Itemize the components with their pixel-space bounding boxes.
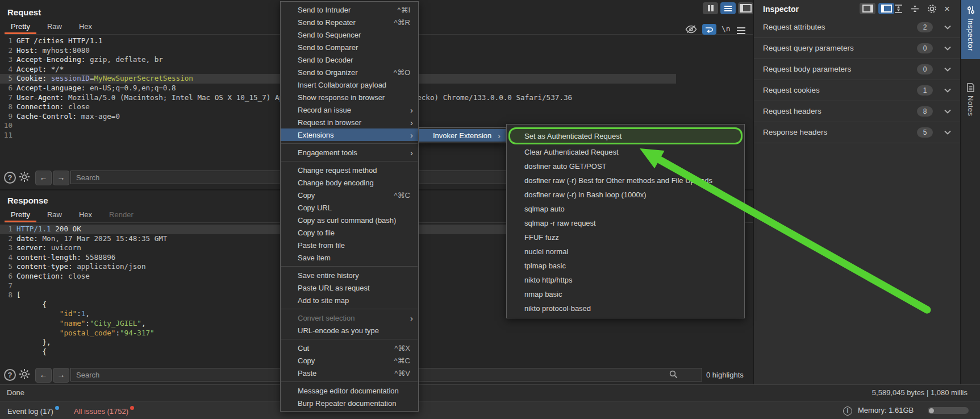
right-rail: Inspector Notes — [960, 0, 980, 384]
tab-raw[interactable]: Raw — [41, 20, 68, 34]
menu-item-set-as-authenticated-request[interactable]: Set as Authenticated Request — [508, 127, 743, 144]
search-settings-gear-icon[interactable] — [19, 171, 30, 182]
collapse-all-icon[interactable] — [910, 4, 920, 14]
inspector-section-request-cookies[interactable]: Request cookies1 — [754, 80, 960, 101]
editor-menu-icon[interactable] — [737, 26, 745, 28]
event-log-link[interactable]: Event log (17) — [7, 406, 59, 416]
menu-item-nmap-basic[interactable]: nmap basic — [507, 287, 744, 301]
menu-item-sqlmap-auto[interactable]: sqlmap auto — [507, 202, 744, 216]
menu-item-copy-url[interactable]: Copy URL — [281, 201, 418, 214]
submenu-arrow-icon: › — [410, 118, 413, 127]
inspector-section-request-headers[interactable]: Request headers8 — [754, 101, 960, 122]
menu-item-copy[interactable]: Copy^⌘C — [281, 354, 418, 367]
line-number: 7 — [0, 281, 16, 291]
menu-item-message-editor-documentation[interactable]: Message editor documentation — [281, 384, 418, 397]
menu-item-insert-collaborator-payload[interactable]: Insert Collaborator payload — [281, 78, 418, 91]
menu-item-send-to-organizer[interactable]: Send to Organizer^⌘O — [281, 66, 418, 78]
inspector-section-response-headers[interactable]: Response headers5 — [754, 122, 960, 143]
inspector-dock-left-icon[interactable] — [860, 3, 875, 14]
menu-item-clear-authenticated-request[interactable]: Clear Authenticated Request — [507, 145, 744, 159]
menu-item-add-to-site-map[interactable]: Add to site map — [281, 294, 418, 306]
line-number — [0, 338, 16, 347]
tab-pretty[interactable]: Pretty — [5, 20, 36, 34]
menu-item-paste-from-file[interactable]: Paste from file — [281, 239, 418, 251]
rail-tab-inspector[interactable]: Inspector — [961, 0, 980, 59]
line-number: 1 — [0, 36, 16, 46]
menu-item-ffuf-fuzz[interactable]: FFUF fuzz — [507, 230, 744, 244]
chevron-down-icon[interactable] — [944, 109, 951, 114]
section-label: Request query parameters — [763, 44, 854, 52]
rail-tab-notes[interactable]: Notes — [961, 83, 980, 116]
menu-item-dosfiner-raw-r-best-for-other-methods-and-file-uploads[interactable]: dosfiner raw (-r) Best for Other methods… — [507, 173, 744, 188]
close-icon[interactable]: × — [944, 4, 950, 14]
menu-item-invoker-extension[interactable]: Invoker Extension› — [419, 129, 506, 142]
section-label: Request attributes — [763, 23, 825, 31]
menu-item-send-to-decoder[interactable]: Send to Decoder — [281, 53, 418, 66]
chevron-down-icon[interactable] — [944, 25, 951, 30]
inspector-dock-right-icon[interactable] — [878, 3, 894, 14]
menu-item-save-entire-history[interactable]: Save entire history — [281, 269, 418, 281]
split-columns-icon[interactable] — [703, 2, 718, 14]
chevron-down-icon[interactable] — [944, 88, 951, 93]
menu-item-copy[interactable]: Copy^⌘C — [281, 189, 418, 201]
search-next-button[interactable]: → — [53, 171, 69, 185]
newline-icon[interactable]: \n — [722, 24, 731, 33]
menu-item-burp-repeater-documentation[interactable]: Burp Repeater documentation — [281, 397, 418, 409]
menu-item-dosfiner-raw-r-in-bash-loop-1000x-[interactable]: dosfiner raw (-r) in Bash loop (1000x) — [507, 188, 744, 202]
menu-item-tplmap-basic[interactable]: tplmap basic — [507, 259, 744, 273]
menu-item-nuclei-normal[interactable]: nuclei normal — [507, 244, 744, 259]
chevron-down-icon[interactable] — [944, 67, 951, 72]
status-done: Done — [7, 388, 24, 397]
menu-item-cut[interactable]: Cut^⌘X — [281, 342, 418, 354]
menu-item-paste[interactable]: Paste^⌘V — [281, 367, 418, 379]
single-panel-icon[interactable] — [738, 2, 753, 14]
eye-slash-icon[interactable] — [685, 25, 697, 34]
help-icon[interactable]: ? — [4, 172, 16, 184]
menu-item-extensions[interactable]: Extensions› — [281, 128, 418, 141]
search-magnifier-icon[interactable] — [669, 370, 678, 379]
menu-item-change-body-encoding[interactable]: Change body encoding — [281, 176, 418, 189]
menu-item-url-encode-as-you-type[interactable]: URL-encode as you type — [281, 324, 418, 337]
split-rows-icon[interactable] — [720, 2, 736, 14]
tab-render: Render — [103, 209, 140, 222]
search-prev-button[interactable]: ← — [35, 368, 52, 383]
chevron-down-icon[interactable] — [944, 46, 951, 51]
settings-gear-icon[interactable] — [927, 3, 937, 14]
menu-item-engagement-tools[interactable]: Engagement tools› — [281, 146, 418, 159]
line-number: 11 — [0, 131, 16, 140]
menu-item-dosfiner-auto-get-post[interactable]: dosfiner auto GET/POST — [507, 159, 744, 173]
submenu-arrow-icon: › — [410, 314, 413, 322]
menu-item-send-to-repeater[interactable]: Send to Repeater^⌘R — [281, 16, 418, 28]
menu-item-copy-as-curl-command-bash-[interactable]: Copy as curl command (bash) — [281, 214, 418, 226]
tab-hex[interactable]: Hex — [73, 20, 98, 34]
search-prev-button[interactable]: ← — [35, 171, 52, 185]
menu-item-sqlmap-r-raw-request[interactable]: sqlmap -r raw request — [507, 216, 744, 230]
menu-item-save-item[interactable]: Save item — [281, 251, 418, 264]
soft-wrap-icon[interactable] — [702, 24, 716, 35]
menu-item-paste-url-as-request[interactable]: Paste URL as request — [281, 281, 418, 294]
inspector-section-request-query-parameters[interactable]: Request query parameters0 — [754, 38, 960, 59]
menu-item-copy-to-file[interactable]: Copy to file — [281, 226, 418, 239]
all-issues-link[interactable]: All issues (1752) — [74, 406, 134, 416]
menu-item-send-to-comparer[interactable]: Send to Comparer — [281, 41, 418, 53]
menu-item-request-in-browser[interactable]: Request in browser› — [281, 116, 418, 128]
menu-item-show-response-in-browser[interactable]: Show response in browser — [281, 91, 418, 103]
bottom-bar: Event log (17) All issues (1752) i Memor… — [0, 401, 980, 419]
tab-pretty[interactable]: Pretty — [5, 209, 36, 222]
help-icon[interactable]: ? — [4, 369, 16, 381]
menu-item-record-an-issue[interactable]: Record an issue› — [281, 103, 418, 116]
chevron-down-icon[interactable] — [944, 130, 951, 135]
info-icon: i — [843, 406, 852, 416]
tab-raw[interactable]: Raw — [41, 209, 68, 222]
menu-item-send-to-intruder[interactable]: Send to Intruder^⌘I — [281, 3, 418, 16]
tab-hex[interactable]: Hex — [73, 209, 98, 222]
menu-item-change-request-method[interactable]: Change request method — [281, 164, 418, 176]
expand-all-icon[interactable] — [894, 4, 903, 14]
search-settings-gear-icon[interactable] — [19, 368, 30, 380]
menu-item-nikto-protocol-based[interactable]: nikto protocol-based — [507, 301, 744, 316]
menu-item-nikto-http-https[interactable]: nikto http/https — [507, 273, 744, 287]
inspector-section-request-attributes[interactable]: Request attributes2 — [754, 17, 960, 38]
inspector-section-request-body-parameters[interactable]: Request body parameters0 — [754, 59, 960, 80]
menu-item-send-to-sequencer[interactable]: Send to Sequencer — [281, 28, 418, 41]
search-next-button[interactable]: → — [53, 368, 69, 383]
